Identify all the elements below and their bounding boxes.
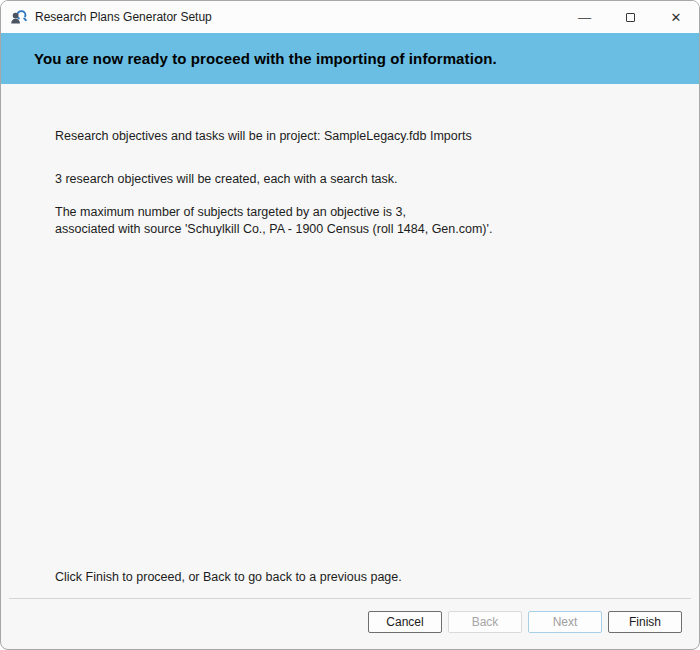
minimize-icon: — [577,11,590,23]
button-bar: Cancel Back Next Finish [368,611,682,633]
finish-button[interactable]: Finish [608,611,682,633]
header-banner: You are now ready to proceed with the im… [1,33,699,84]
subjects-info-line2: associated with source 'Schuylkill Co., … [55,222,492,236]
wizard-window: Research Plans Generator Setup — ✕ You a… [0,0,700,650]
banner-title: You are now ready to proceed with the im… [1,50,497,67]
footer-separator [9,598,691,599]
back-button: Back [448,611,522,633]
project-info-text: Research objectives and tasks will be in… [55,129,472,143]
objectives-info-text: 3 research objectives will be created, e… [55,172,398,186]
close-button[interactable]: ✕ [653,1,699,33]
next-button: Next [528,611,602,633]
subjects-info-text: The maximum number of subjects targeted … [55,204,492,238]
window-title: Research Plans Generator Setup [35,10,212,24]
minimize-button[interactable]: — [561,1,607,33]
maximize-icon [626,13,635,22]
subjects-info-line1: The maximum number of subjects targeted … [55,205,406,219]
finish-hint-text: Click Finish to proceed, or Back to go b… [55,570,402,584]
window-controls: — ✕ [561,1,699,33]
maximize-button[interactable] [607,1,653,33]
cancel-button[interactable]: Cancel [368,611,442,633]
titlebar[interactable]: Research Plans Generator Setup — ✕ [1,1,699,33]
close-icon: ✕ [671,10,682,25]
person-search-app-icon [10,9,27,26]
